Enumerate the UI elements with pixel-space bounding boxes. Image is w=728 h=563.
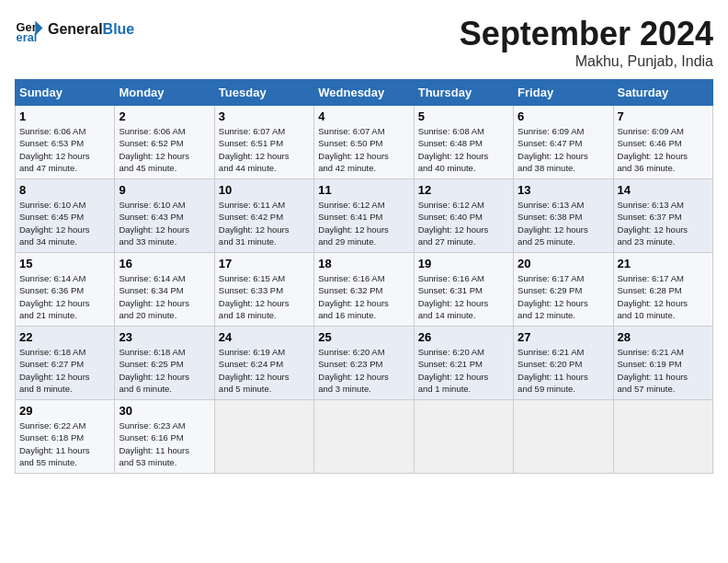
- day-info: Sunrise: 6:14 AMSunset: 6:36 PMDaylight:…: [19, 272, 110, 321]
- day-info: Sunrise: 6:17 AMSunset: 6:29 PMDaylight:…: [518, 272, 609, 321]
- day-number: 3: [219, 109, 310, 123]
- day-number: 23: [119, 330, 210, 344]
- day-info: Sunrise: 6:18 AMSunset: 6:27 PMDaylight:…: [19, 346, 110, 395]
- day-number: 1: [19, 109, 110, 123]
- col-sunday: Sunday: [16, 80, 115, 106]
- day-info: Sunrise: 6:16 AMSunset: 6:32 PMDaylight:…: [318, 272, 409, 321]
- day-info: Sunrise: 6:10 AMSunset: 6:43 PMDaylight:…: [119, 199, 210, 247]
- day-info: Sunrise: 6:07 AMSunset: 6:50 PMDaylight:…: [318, 125, 409, 174]
- page-header: Gen eral GeneralBlue September 2024 Makh…: [15, 15, 713, 70]
- day-number: 8: [19, 183, 110, 197]
- title-area: September 2024 Makhu, Punjab, India: [460, 15, 713, 70]
- day-number: 30: [119, 404, 210, 418]
- calendar-cell-27: 27Sunrise: 6:21 AMSunset: 6:20 PMDayligh…: [514, 327, 613, 400]
- calendar-cell-18: 18Sunrise: 6:16 AMSunset: 6:32 PMDayligh…: [314, 253, 414, 327]
- day-number: 14: [618, 183, 709, 197]
- day-info: Sunrise: 6:06 AMSunset: 6:52 PMDaylight:…: [119, 125, 210, 174]
- day-number: 20: [518, 257, 609, 270]
- calendar-cell-12: 12Sunrise: 6:12 AMSunset: 6:40 PMDayligh…: [414, 179, 513, 253]
- calendar-cell-14: 14Sunrise: 6:13 AMSunset: 6:37 PMDayligh…: [613, 179, 712, 253]
- calendar-cell-6: 6Sunrise: 6:09 AMSunset: 6:47 PMDaylight…: [514, 106, 613, 179]
- calendar-week-5: 29Sunrise: 6:22 AMSunset: 6:18 PMDayligh…: [16, 400, 713, 474]
- day-info: Sunrise: 6:13 AMSunset: 6:38 PMDaylight:…: [518, 199, 609, 247]
- calendar-week-3: 15Sunrise: 6:14 AMSunset: 6:36 PMDayligh…: [16, 253, 713, 327]
- calendar-cell-4: 4Sunrise: 6:07 AMSunset: 6:50 PMDaylight…: [314, 106, 414, 179]
- calendar-cell-23: 23Sunrise: 6:18 AMSunset: 6:25 PMDayligh…: [115, 327, 214, 400]
- logo-icon: Gen eral: [15, 15, 44, 44]
- day-number: 7: [618, 109, 709, 123]
- calendar-cell-1: 1Sunrise: 6:06 AMSunset: 6:53 PMDaylight…: [16, 106, 115, 179]
- logo: Gen eral GeneralBlue: [15, 15, 134, 44]
- day-number: 29: [19, 404, 110, 418]
- calendar-cell-10: 10Sunrise: 6:11 AMSunset: 6:42 PMDayligh…: [214, 179, 313, 253]
- calendar-cell-empty-w4d2: [214, 400, 313, 474]
- day-info: Sunrise: 6:18 AMSunset: 6:25 PMDaylight:…: [119, 346, 210, 395]
- col-tuesday: Tuesday: [214, 80, 313, 106]
- day-number: 24: [219, 330, 310, 344]
- svg-text:eral: eral: [17, 30, 38, 44]
- calendar-cell-7: 7Sunrise: 6:09 AMSunset: 6:46 PMDaylight…: [613, 106, 712, 179]
- day-info: Sunrise: 6:11 AMSunset: 6:42 PMDaylight:…: [219, 199, 310, 247]
- calendar-week-2: 8Sunrise: 6:10 AMSunset: 6:45 PMDaylight…: [16, 179, 713, 253]
- day-number: 16: [119, 257, 210, 270]
- col-monday: Monday: [115, 80, 214, 106]
- day-number: 26: [418, 330, 509, 344]
- calendar-cell-29: 29Sunrise: 6:22 AMSunset: 6:18 PMDayligh…: [16, 400, 115, 474]
- calendar-cell-20: 20Sunrise: 6:17 AMSunset: 6:29 PMDayligh…: [514, 253, 613, 327]
- day-info: Sunrise: 6:16 AMSunset: 6:31 PMDaylight:…: [418, 272, 509, 321]
- location: Makhu, Punjab, India: [460, 53, 713, 70]
- calendar-cell-5: 5Sunrise: 6:08 AMSunset: 6:48 PMDaylight…: [414, 106, 513, 179]
- day-number: 27: [518, 330, 609, 344]
- day-info: Sunrise: 6:06 AMSunset: 6:53 PMDaylight:…: [19, 125, 110, 174]
- calendar-week-4: 22Sunrise: 6:18 AMSunset: 6:27 PMDayligh…: [16, 327, 713, 400]
- day-number: 6: [518, 109, 609, 123]
- day-number: 2: [119, 109, 210, 123]
- day-info: Sunrise: 6:10 AMSunset: 6:45 PMDaylight:…: [19, 199, 110, 247]
- calendar-cell-25: 25Sunrise: 6:20 AMSunset: 6:23 PMDayligh…: [314, 327, 414, 400]
- day-info: Sunrise: 6:22 AMSunset: 6:18 PMDaylight:…: [19, 419, 110, 468]
- day-number: 21: [618, 257, 709, 270]
- day-info: Sunrise: 6:15 AMSunset: 6:33 PMDaylight:…: [219, 272, 310, 321]
- day-info: Sunrise: 6:17 AMSunset: 6:28 PMDaylight:…: [618, 272, 709, 321]
- calendar-cell-30: 30Sunrise: 6:23 AMSunset: 6:16 PMDayligh…: [115, 400, 214, 474]
- logo-text: GeneralBlue: [48, 21, 134, 38]
- day-number: 22: [19, 330, 110, 344]
- calendar-week-1: 1Sunrise: 6:06 AMSunset: 6:53 PMDaylight…: [16, 106, 713, 179]
- calendar-table: Sunday Monday Tuesday Wednesday Thursday…: [15, 79, 713, 474]
- calendar-cell-11: 11Sunrise: 6:12 AMSunset: 6:41 PMDayligh…: [314, 179, 414, 253]
- calendar-cell-24: 24Sunrise: 6:19 AMSunset: 6:24 PMDayligh…: [214, 327, 313, 400]
- col-thursday: Thursday: [414, 80, 513, 106]
- day-number: 18: [318, 257, 409, 270]
- calendar-cell-17: 17Sunrise: 6:15 AMSunset: 6:33 PMDayligh…: [214, 253, 313, 327]
- col-saturday: Saturday: [613, 80, 712, 106]
- calendar-cell-15: 15Sunrise: 6:14 AMSunset: 6:36 PMDayligh…: [16, 253, 115, 327]
- day-info: Sunrise: 6:07 AMSunset: 6:51 PMDaylight:…: [219, 125, 310, 174]
- calendar-cell-8: 8Sunrise: 6:10 AMSunset: 6:45 PMDaylight…: [16, 179, 115, 253]
- day-number: 10: [219, 183, 310, 197]
- day-number: 4: [318, 109, 409, 123]
- day-number: 13: [518, 183, 609, 197]
- day-number: 5: [418, 109, 509, 123]
- calendar-cell-16: 16Sunrise: 6:14 AMSunset: 6:34 PMDayligh…: [115, 253, 214, 327]
- calendar-cell-empty-w4d6: [613, 400, 712, 474]
- day-number: 15: [19, 257, 110, 270]
- day-number: 9: [119, 183, 210, 197]
- day-info: Sunrise: 6:09 AMSunset: 6:47 PMDaylight:…: [518, 125, 609, 174]
- calendar-cell-19: 19Sunrise: 6:16 AMSunset: 6:31 PMDayligh…: [414, 253, 513, 327]
- day-info: Sunrise: 6:20 AMSunset: 6:23 PMDaylight:…: [318, 346, 409, 395]
- calendar-cell-9: 9Sunrise: 6:10 AMSunset: 6:43 PMDaylight…: [115, 179, 214, 253]
- day-info: Sunrise: 6:08 AMSunset: 6:48 PMDaylight:…: [418, 125, 509, 174]
- calendar-cell-empty-w4d3: [314, 400, 414, 474]
- calendar-cell-28: 28Sunrise: 6:21 AMSunset: 6:19 PMDayligh…: [613, 327, 712, 400]
- calendar-cell-22: 22Sunrise: 6:18 AMSunset: 6:27 PMDayligh…: [16, 327, 115, 400]
- calendar-cell-empty-w4d4: [414, 400, 513, 474]
- calendar-cell-13: 13Sunrise: 6:13 AMSunset: 6:38 PMDayligh…: [514, 179, 613, 253]
- day-info: Sunrise: 6:19 AMSunset: 6:24 PMDaylight:…: [219, 346, 310, 395]
- day-number: 12: [418, 183, 509, 197]
- day-number: 19: [418, 257, 509, 270]
- day-info: Sunrise: 6:21 AMSunset: 6:19 PMDaylight:…: [618, 346, 709, 395]
- month-title: September 2024: [460, 15, 713, 53]
- calendar-cell-3: 3Sunrise: 6:07 AMSunset: 6:51 PMDaylight…: [214, 106, 313, 179]
- day-info: Sunrise: 6:20 AMSunset: 6:21 PMDaylight:…: [418, 346, 509, 395]
- day-info: Sunrise: 6:14 AMSunset: 6:34 PMDaylight:…: [119, 272, 210, 321]
